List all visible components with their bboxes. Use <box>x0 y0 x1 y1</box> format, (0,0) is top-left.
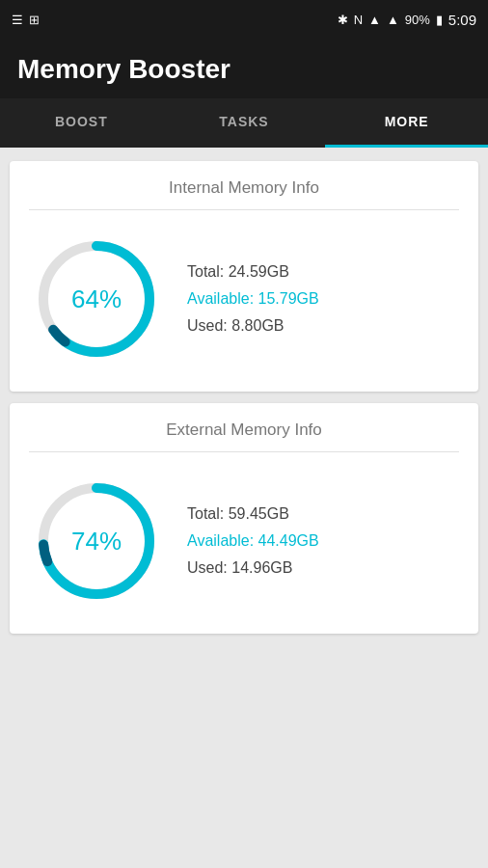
status-bar: ☰ ⊞ ✱ N ▲ ▲ 90% ▮ 5:09 <box>0 0 488 39</box>
app-title: Memory Booster <box>17 54 471 85</box>
bluetooth-icon: ✱ <box>338 13 348 27</box>
image-icon: ⊞ <box>29 13 40 27</box>
internal-ring-chart: 64% <box>29 231 164 366</box>
app-header: Memory Booster <box>0 39 488 98</box>
tab-boost[interactable]: BOOST <box>0 98 163 145</box>
external-used: Used: 14.96GB <box>187 559 319 577</box>
internal-card-body: 64% Total: 24.59GB Available: 15.79GB Us… <box>29 224 459 370</box>
external-available: Available: 44.49GB <box>187 532 319 550</box>
internal-memory-info: Total: 24.59GB Available: 15.79GB Used: … <box>187 263 319 335</box>
internal-memory-card: Internal Memory Info 64% Total: 24.59GB … <box>10 161 478 392</box>
wifi-icon: ▲ <box>368 13 381 27</box>
tab-more[interactable]: MORE <box>325 98 488 145</box>
external-ring-chart: 74% <box>29 474 164 609</box>
external-memory-card: External Memory Info 74% Total: 59.45GB … <box>10 403 478 634</box>
external-card-body: 74% Total: 59.45GB Available: 44.49GB Us… <box>29 466 459 612</box>
signal1-icon: N <box>354 13 363 27</box>
external-total: Total: 59.45GB <box>187 505 319 523</box>
external-memory-info: Total: 59.45GB Available: 44.49GB Used: … <box>187 505 319 577</box>
status-time: 5:09 <box>448 12 476 28</box>
phone-icon: ☰ <box>12 13 23 27</box>
tab-bar: BOOST TASKS MORE <box>0 98 488 148</box>
external-card-title: External Memory Info <box>29 420 459 452</box>
main-content: Internal Memory Info 64% Total: 24.59GB … <box>0 148 488 647</box>
internal-used: Used: 8.80GB <box>187 317 319 335</box>
external-percentage: 74% <box>71 527 122 556</box>
signal2-icon: ▲ <box>387 13 399 27</box>
internal-card-title: Internal Memory Info <box>29 178 459 210</box>
status-bar-left-icons: ☰ ⊞ <box>12 13 40 27</box>
battery-percentage: 90% <box>405 13 430 27</box>
internal-total: Total: 24.59GB <box>187 263 319 281</box>
internal-percentage: 64% <box>71 285 122 314</box>
tab-tasks[interactable]: TASKS <box>163 98 326 145</box>
internal-available: Available: 15.79GB <box>187 290 319 308</box>
battery-icon: ▮ <box>436 13 443 27</box>
